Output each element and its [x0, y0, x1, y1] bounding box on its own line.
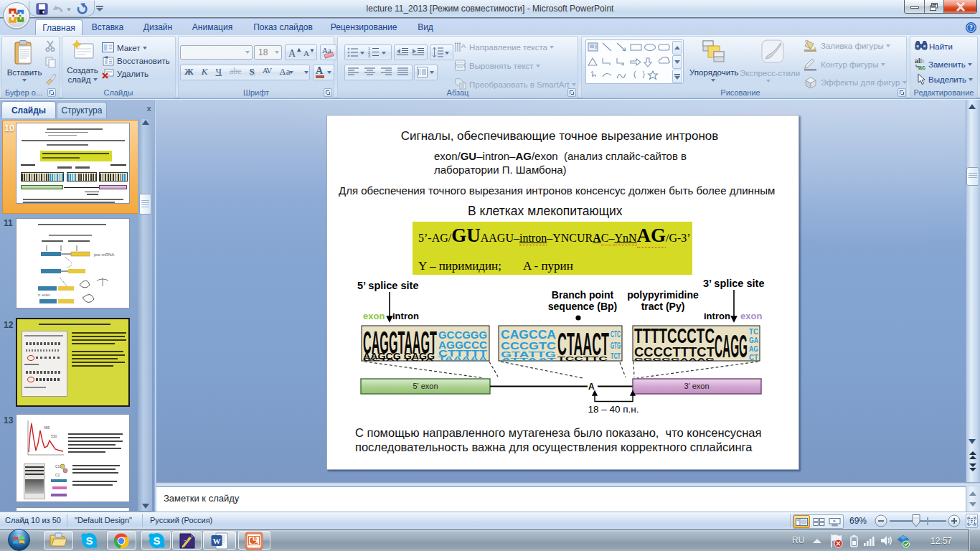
svg-text:ac: ac	[918, 64, 925, 70]
svg-text:GA: GA	[749, 336, 758, 344]
svg-text:TCT: TCT	[611, 352, 621, 360]
svg-text:W: W	[213, 537, 221, 545]
svg-text:CTC: CTC	[611, 329, 621, 339]
svg-text:3′ exon: 3′ exon	[684, 382, 709, 390]
svg-text:TAAAAA: TAAAAA	[438, 355, 488, 362]
svg-text:3: 3	[368, 54, 370, 57]
svg-text:tr. ester.: tr. ester.	[38, 293, 51, 297]
svg-text:GCTAT TCTA: GCTAT TCTA	[363, 357, 435, 362]
svg-text:ATTAAT: ATTAAT	[501, 357, 557, 362]
svg-text:S: S	[153, 534, 160, 547]
svg-text:C2: C2	[55, 473, 60, 477]
svg-text:CAGG: CAGG	[715, 329, 748, 364]
svg-text:pre-mRNA: pre-mRNA	[94, 253, 114, 257]
svg-text:GGGGGAAAG: GGGGGAAAG	[634, 357, 715, 362]
svg-text:18 – 40 п.н.: 18 – 40 п.н.	[588, 404, 639, 415]
svg-text:485: 485	[44, 425, 50, 430]
svg-text:AG: AG	[749, 344, 758, 353]
svg-text:5′ exon: 5′ exon	[413, 382, 438, 390]
svg-text:А: А	[461, 42, 466, 50]
svg-text:C1: C1	[55, 464, 60, 468]
svg-text:CT: CT	[749, 353, 758, 362]
svg-text:GTG: GTG	[611, 341, 621, 351]
svg-text:A: A	[588, 382, 595, 392]
svg-text:?: ?	[969, 24, 973, 32]
svg-text:530: 530	[51, 434, 57, 438]
svg-text:TC: TC	[749, 327, 758, 336]
svg-text:TCCTTC: TCCTTC	[557, 355, 608, 362]
svg-text:S: S	[85, 534, 93, 547]
